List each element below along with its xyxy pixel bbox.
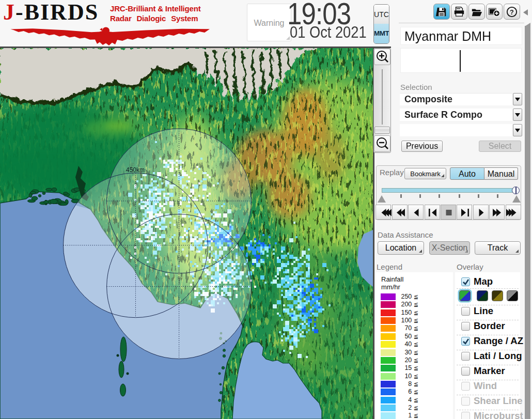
svg-text:?: ? (510, 8, 514, 15)
svg-text:450km: 450km (126, 166, 145, 174)
